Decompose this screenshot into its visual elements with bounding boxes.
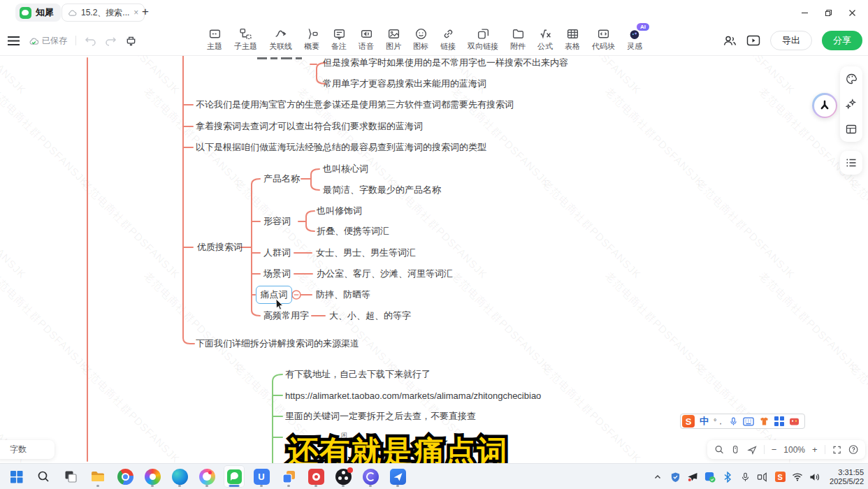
chrome-button[interactable] [115,465,136,488]
zoom-level[interactable]: 100% [783,445,805,455]
drag-mode-icon[interactable] [731,444,739,455]
redo-icon[interactable] [105,36,117,46]
u-app-button[interactable]: U [251,465,272,488]
mindmap-node[interactable]: 产品名称 [263,173,300,185]
toolbar-item-table[interactable]: 表格 [565,27,580,52]
mindmap-node[interactable]: 常用单字才更容易搜索出来能用的蓝海词 [323,78,486,90]
mindmap-node[interactable]: 里面的关键词一定要拆开之后去查，不要直接查 [285,410,476,423]
mindmap-node[interactable]: https://alimarket.taobao.com/markets/ali… [285,391,541,401]
mindmap-node[interactable]: 也叫核心词 [323,163,368,175]
tray-plane-app[interactable] [687,472,698,483]
tray-audio-device[interactable] [757,472,768,483]
toolbar-item-summary[interactable]: 概要 [304,27,319,52]
mindmap-node[interactable]: 但是搜索单字时如果使用的是不常用字也一样搜索不出来内容 [323,57,568,69]
browser-360-button[interactable] [142,465,163,488]
toolbar-item-attachment[interactable]: 附件 [510,27,526,52]
fullscreen-icon[interactable] [832,445,841,455]
mindmap-node[interactable]: 场景词 [263,268,291,280]
export-button[interactable]: 导出 [770,31,812,50]
layout-panel-icon[interactable] [845,123,858,136]
close-button[interactable] [840,0,864,25]
mindmap-node[interactable]: 高频常用字 [263,309,309,322]
palette-icon[interactable] [845,73,858,85]
toolbar-item-link[interactable]: 链接 [440,27,456,52]
tray-sogou[interactable]: S [774,472,786,483]
toolbar-item-subtopic[interactable]: 子主题 [234,27,257,52]
format-painter-icon[interactable] [125,35,137,47]
toolbar-item-image[interactable]: 图片 [386,27,401,52]
mindmap-node[interactable]: 大、小、超、的等字 [329,309,411,322]
media-app-button[interactable] [196,465,217,488]
remote-app-button[interactable] [278,465,299,488]
search-canvas-icon[interactable] [714,444,724,455]
sogou-logo-icon[interactable]: S [682,415,695,428]
restore-button[interactable] [816,0,840,25]
toolbar-item-voice[interactable]: 语音 [359,27,374,52]
mindmap-node[interactable]: 形容词 [263,215,291,228]
beautify-wand-icon[interactable] [845,98,858,110]
share-button[interactable]: 分享 [822,31,862,50]
tray-bluetooth[interactable] [722,472,733,483]
ime-toolbox-icon[interactable] [774,416,784,426]
ime-keyboard-icon[interactable] [743,417,754,426]
tray-wifi[interactable] [792,472,803,483]
tray-volume[interactable] [809,472,820,483]
tray-security-shield[interactable] [670,472,681,483]
task-view-button[interactable] [60,465,81,488]
collaborators-icon[interactable] [723,34,737,47]
mindmap-node-pain-point-selected[interactable]: 痛点词 [256,286,292,304]
mindmap-node[interactable]: 有下载地址，自己去下载下来就行了 [285,368,431,381]
video-tutorial-icon[interactable] [746,34,760,47]
new-tab-button[interactable]: + [138,5,152,19]
hamburger-menu-icon[interactable] [7,36,20,46]
meeting-app-button[interactable] [387,465,408,488]
mindmap-node-quality-keywords[interactable]: 优质搜索词 [197,241,243,254]
ime-punctuation[interactable]: °， [714,416,724,427]
zoom-in-button[interactable]: + [812,444,818,455]
tray-microphone[interactable] [739,472,751,483]
ime-mode-chinese[interactable]: 中 [700,415,709,428]
outline-panel-button[interactable] [840,151,862,175]
obs-button[interactable] [333,465,354,488]
mindmap-node[interactable]: 人群词 [263,247,291,259]
mindmap-node[interactable]: 也叫修饰词 [317,205,362,217]
toolbar-item-theme[interactable]: 主题 [207,27,222,52]
taskbar-search[interactable] [33,465,54,488]
document-tab[interactable]: 15.2、搜索... × [62,3,145,22]
toolbar-item-code-block[interactable]: 代码块 [592,27,615,52]
toolbar-item-relation-line[interactable]: 关联线 [269,27,292,52]
toolbar-item-inspiration[interactable]: AI 灵感 [627,27,642,52]
mindmap-canvas[interactable]: 老范电商社群PDSFANSJK老范电商社群PDSFANSJK老范电商社群PDSF… [0,56,868,463]
word-count-panel[interactable]: 字数 [0,440,55,459]
swirl-app-button[interactable] [360,465,381,488]
start-button[interactable] [6,465,27,488]
edge-button[interactable] [169,465,190,488]
mindmap-node[interactable]: 不论我们是使用淘宝官方的生意参谋还是使用第三方软件查词都需要先有搜索词 [196,98,514,111]
mindmap-node[interactable]: 下面我们详细拆分讲解搜索词的来源渠道 [196,337,359,350]
app-home-tab[interactable]: 知犀 [15,3,61,22]
mindmap-node[interactable]: 最简洁、字数最少的产品名称 [323,184,441,196]
ime-skin-icon[interactable] [759,416,769,426]
taskbar-clock[interactable]: 3:31:55 2025/5/22 [827,468,864,486]
toolbar-item-bidirectional-link[interactable]: 双向链接 [468,27,498,52]
toolbar-item-icon-sticker[interactable]: 图标 [413,27,428,52]
zhixi-app-button[interactable] [224,465,245,488]
mindmap-node[interactable]: 办公室、客厅、沙滩、河里等词汇 [317,268,453,280]
mindmap-node[interactable]: 以下是根据咱们做蓝海玩法经验总结的最容易查到蓝海词的搜索词的类型 [196,141,486,154]
zoom-out-button[interactable]: − [772,444,777,455]
mindmap-node[interactable]: 折叠、便携等词汇 [317,225,389,238]
mindmap-node[interactable]: 女士、男士、男生等词汇 [316,247,416,259]
toolbar-item-formula[interactable]: 公式 [537,27,553,52]
file-explorer-button[interactable] [87,465,108,488]
ime-emoji-tool-icon[interactable] [789,417,800,426]
recorder-app-button[interactable] [305,465,326,488]
ime-mic-icon[interactable] [729,416,738,427]
help-icon[interactable] [848,444,858,455]
tray-sync-app[interactable] [704,472,716,483]
tray-expand-chevron[interactable] [652,472,663,483]
toolbar-item-note[interactable]: 备注 [331,27,347,52]
ai-assistant-button[interactable] [812,93,837,118]
minimize-button[interactable] [793,0,816,25]
mindmap-node[interactable]: 防摔、防晒等 [316,289,370,301]
locate-center-icon[interactable] [747,444,757,455]
